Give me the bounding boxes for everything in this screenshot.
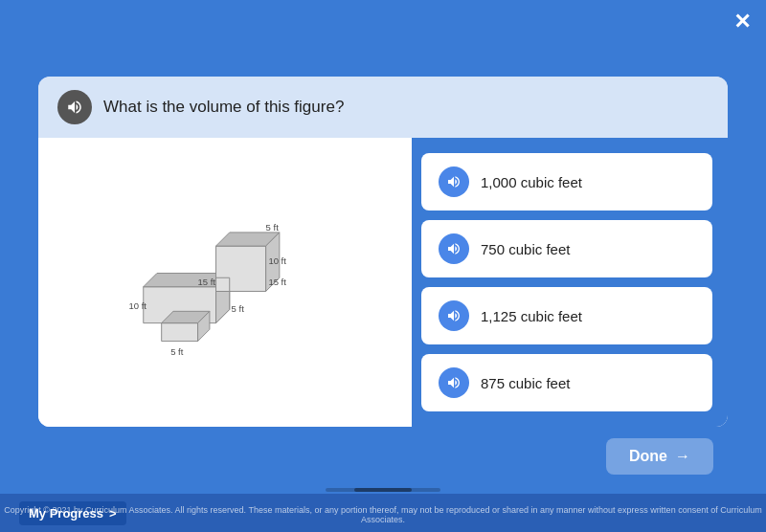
- svg-text:10 ft: 10 ft: [268, 255, 286, 266]
- done-label: Done: [629, 448, 667, 465]
- answer-text-1: 1,000 cubic feet: [481, 174, 582, 190]
- answer-text-3: 1,125 cubic feet: [481, 308, 582, 324]
- done-arrow: →: [675, 448, 690, 465]
- speaker-icon: [446, 174, 462, 189]
- svg-text:5 ft: 5 ft: [170, 346, 184, 357]
- answer-sound-button-2[interactable]: [439, 233, 469, 264]
- answer-text-4: 875 cubic feet: [481, 375, 570, 391]
- answer-option-3[interactable]: 1,125 cubic feet: [421, 287, 712, 344]
- copyright-text: Copyright © 2021 by Curriculum Associate…: [0, 505, 766, 524]
- answer-sound-button-4[interactable]: [439, 367, 469, 398]
- answer-option-2[interactable]: 750 cubic feet: [421, 220, 712, 277]
- my-progress-bar: My Progress > Copyright © 2021 by Curric…: [0, 494, 766, 532]
- svg-marker-6: [216, 291, 230, 322]
- speaker-icon: [66, 99, 83, 116]
- question-header: What is the volume of this figure?: [38, 77, 728, 138]
- scrollbar-thumb[interactable]: [354, 488, 412, 492]
- svg-text:15 ft: 15 ft: [198, 277, 216, 287]
- answer-option-1[interactable]: 1,000 cubic feet: [421, 153, 712, 211]
- close-button[interactable]: ✕: [733, 11, 751, 33]
- svg-text:5 ft: 5 ft: [266, 222, 280, 233]
- speaker-icon: [446, 241, 462, 256]
- figure-svg: 5 ft 10 ft 15 ft 15 ft 10 ft 5 ft 5 ft: [120, 196, 330, 368]
- content-area: 5 ft 10 ft 15 ft 15 ft 10 ft 5 ft 5 ft: [38, 138, 728, 427]
- answer-sound-button-1[interactable]: [439, 166, 469, 197]
- scrollbar-track: [326, 488, 440, 492]
- svg-marker-7: [216, 277, 230, 291]
- speaker-icon: [446, 375, 462, 390]
- figure-area: 5 ft 10 ft 15 ft 15 ft 10 ft 5 ft 5 ft: [38, 138, 412, 427]
- question-sound-button[interactable]: [57, 90, 92, 124]
- speaker-icon: [446, 308, 462, 323]
- answer-sound-button-3[interactable]: [439, 300, 469, 331]
- question-text: What is the volume of this figure?: [103, 98, 344, 117]
- answer-option-4[interactable]: 875 cubic feet: [421, 354, 712, 411]
- answers-area: 1,000 cubic feet 750 cubic feet 1,125 cu…: [412, 138, 728, 427]
- answer-text-2: 750 cubic feet: [481, 241, 570, 257]
- main-card: What is the volume of this figure?: [38, 77, 728, 427]
- done-button[interactable]: Done →: [606, 438, 713, 475]
- svg-text:10 ft: 10 ft: [129, 300, 147, 311]
- svg-text:15 ft: 15 ft: [268, 277, 286, 287]
- svg-text:5 ft: 5 ft: [232, 303, 245, 314]
- svg-marker-8: [162, 323, 198, 342]
